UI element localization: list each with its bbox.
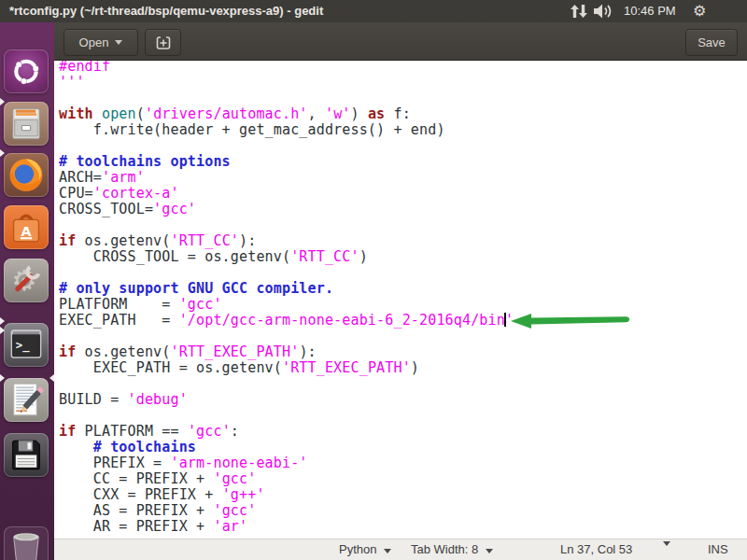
launcher-item-dash[interactable] [4,49,49,93]
code-line: PLATFORM = 'gcc' [59,297,514,313]
chevron-down-icon [115,40,122,45]
launcher-item-gedit[interactable] [4,378,49,422]
code-line: with open('drivers/automac.h', 'w') as f… [59,106,514,122]
ubuntu-software-icon: A [4,205,49,249]
code-line [59,91,514,106]
code-line: EXEC_PATH = os.getenv('RTT_EXEC_PATH') [59,360,514,376]
chevron-down-icon [663,541,670,546]
running-indicator [0,149,5,157]
chevron-down-icon [486,549,493,553]
code-line: #endif [59,61,514,75]
running-indicator [0,374,5,382]
code-line: CROSS_TOOL = os.getenv('RTT_CC') [59,249,514,265]
files-icon [4,102,49,146]
code-line: PREFIX = 'arm-none-eabi-' [59,455,514,471]
svg-text:>_: >_ [16,339,30,353]
unity-launcher: A ⚙ >_ [0,22,54,560]
window-title: *rtconfig.py (~/rt-thread/bsp/qemu-vexpr… [9,0,323,22]
open-button-label: Open [79,35,109,49]
network-arrows-icon[interactable] [571,5,587,27]
desktop: *rtconfig.py (~/rt-thread/bsp/qemu-vexpr… [0,0,747,560]
code-line: CXX = PREFIX + 'g++' [59,487,514,503]
tab-width-label: Tab Width: 8 [411,539,478,560]
code-line [59,265,514,281]
new-document-icon [154,34,173,52]
code-line: if PLATFORM == 'gcc': [59,424,514,440]
code-line: AR = PREFIX + 'ar' [59,519,514,535]
launcher-item-trash[interactable] [4,526,49,560]
code-line: # toolchains [59,440,514,455]
launcher-item-files[interactable] [4,102,49,146]
code-line: BUILD = 'debug' [59,392,514,408]
open-button[interactable]: Open [63,29,138,56]
clock[interactable]: 10:46 PM [624,0,676,22]
cursor-position-selector[interactable]: Ln 37, Col 53 [560,539,632,560]
launcher-item-floppy[interactable] [4,433,49,477]
code-line: CC = PREFIX + 'gcc' [59,471,514,487]
code-line [59,329,514,344]
code-line: CROSS_TOOL='gcc' [59,202,514,217]
focused-indicator [49,374,54,382]
launcher-item-firefox[interactable] [4,153,49,197]
code-lines: #endif''' with open('drivers/automac.h',… [59,61,514,535]
language-selector[interactable]: Python [339,539,391,560]
terminal-icon: >_ [4,323,49,367]
code-line: # only support GNU GCC compiler. [59,281,514,297]
code-line [59,217,514,233]
code-line: if os.getenv('RTT_CC'): [59,233,514,249]
chevron-down-icon [384,549,391,553]
insert-mode-indicator: INS [708,539,728,560]
session-gear-icon[interactable]: ⚙ [693,0,706,22]
launcher-item-settings[interactable]: ⚙ [4,259,49,302]
code-line: ''' [59,75,514,91]
statusbar: Python Tab Width: 8 Ln 37, Col 53 INS [54,539,747,560]
code-line: CPU='cortex-a' [59,186,514,202]
code-line [59,138,514,154]
language-label: Python [339,539,376,560]
ubuntu-dash-icon [4,49,49,93]
code-line [59,376,514,392]
new-document-button[interactable] [145,29,181,56]
trash-icon [4,526,49,560]
save-button-label: Save [698,35,726,49]
code-line: AS = PREFIX + 'gcc' [59,503,514,519]
top-panel: *rtconfig.py (~/rt-thread/bsp/qemu-vexpr… [0,0,747,22]
code-line: f.write(header + get_mac_address() + end… [59,122,514,138]
volume-icon[interactable] [594,4,614,26]
gedit-icon [4,378,49,422]
floppy-disk-icon [4,433,49,477]
code-line: ARCH='arm' [59,170,514,186]
save-button[interactable]: Save [685,29,738,56]
running-indicator [0,327,5,334]
insert-mode-label: INS [708,539,728,560]
firefox-icon [4,153,49,197]
launcher-item-software[interactable]: A [4,205,49,249]
code-line [59,408,514,424]
running-indicator [0,98,5,105]
code-line: EXEC_PATH = '/opt/gcc-arm-none-eabi-6_2-… [59,313,514,329]
launcher-item-terminal[interactable]: >_ [4,323,49,367]
cursor-position-caret[interactable] [663,539,670,546]
svg-text:A: A [21,224,31,239]
code-line: # toolchains options [59,154,514,170]
cursor-position-label: Ln 37, Col 53 [560,539,632,560]
tab-width-selector[interactable]: Tab Width: 8 [411,539,493,560]
running-indicator [0,317,5,325]
code-line: if os.getenv('RTT_EXEC_PATH'): [59,344,514,360]
text-area[interactable]: #endif''' with open('drivers/automac.h',… [54,61,747,539]
gedit-headerbar: Open Save [54,22,747,61]
system-settings-icon: ⚙ [4,259,49,302]
